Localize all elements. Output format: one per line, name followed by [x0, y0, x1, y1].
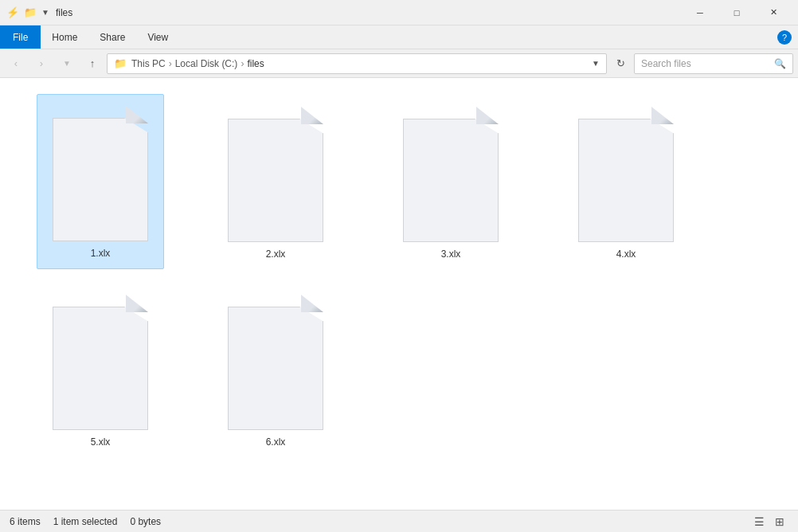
forward-button[interactable]: ›: [30, 53, 53, 75]
search-placeholder: Search files: [641, 58, 774, 69]
file-page: [578, 119, 674, 242]
address-bar[interactable]: 📁 This PC › Local Disk (C:) › files ▼: [107, 53, 607, 74]
file-icon-wrap: [224, 107, 327, 242]
file-page: [53, 307, 148, 430]
file-name: 4.xlx: [616, 248, 636, 260]
window-title: files: [56, 7, 682, 18]
forward-recent-button[interactable]: ▼: [56, 53, 78, 75]
folder-icon-small: 📁: [24, 6, 37, 18]
file-item-3.xlx[interactable]: 3.xlx: [387, 94, 514, 269]
file-item-6.xlx[interactable]: 6.xlx: [212, 282, 339, 457]
status-bar: 6 items 1 item selected 0 bytes ☰ ⊞: [0, 510, 798, 532]
search-icon[interactable]: 🔍: [774, 58, 786, 69]
title-bar: ⚡ 📁 ▼ files ─ □ ✕: [0, 0, 798, 25]
menu-share[interactable]: Share: [88, 25, 136, 49]
address-dropdown-icon[interactable]: ▼: [592, 59, 600, 68]
file-name: 3.xlx: [441, 248, 461, 260]
file-icon-wrap: [399, 107, 503, 242]
file-size: 0 bytes: [130, 516, 161, 527]
file-icon-wrap: [49, 295, 152, 430]
file-icon-wrap: [574, 107, 678, 242]
menu-view[interactable]: View: [136, 25, 179, 49]
search-box[interactable]: Search files 🔍: [634, 53, 793, 74]
dropdown-arrow-icon[interactable]: ▼: [41, 8, 49, 17]
file-item-5.xlx[interactable]: 5.xlx: [37, 282, 164, 457]
breadcrumb-sep-1: ›: [169, 58, 172, 69]
menu-file[interactable]: File: [0, 25, 41, 49]
window-controls: ─ □ ✕: [682, 0, 792, 25]
details-view-button[interactable]: ☰: [750, 513, 768, 530]
file-name: 5.xlx: [91, 436, 111, 448]
file-page: [228, 307, 323, 430]
breadcrumb-localdisk[interactable]: Local Disk (C:): [175, 58, 238, 69]
address-folder-icon: 📁: [114, 57, 127, 69]
up-button[interactable]: ↑: [81, 53, 104, 75]
close-button[interactable]: ✕: [755, 0, 792, 25]
quick-access-icon: ⚡: [6, 6, 19, 18]
menu-bar: File Home Share View ?: [0, 25, 798, 49]
file-area: 1.xlx 2.xlx 3.xlx 4.xlx 5.xl: [0, 78, 798, 510]
file-name: 6.xlx: [266, 436, 286, 448]
file-name: 2.xlx: [266, 248, 286, 260]
view-controls: ☰ ⊞: [750, 513, 788, 530]
file-corner: [301, 295, 323, 312]
file-name: 1.xlx: [91, 248, 111, 259]
file-corner: [301, 107, 323, 124]
toolbar: ‹ › ▼ ↑ 📁 This PC › Local Disk (C:) › fi…: [0, 49, 798, 78]
minimize-button[interactable]: ─: [682, 0, 718, 25]
file-page: [53, 118, 148, 241]
file-item-2.xlx[interactable]: 2.xlx: [212, 94, 339, 269]
menu-home[interactable]: Home: [41, 25, 88, 49]
breadcrumb-files[interactable]: files: [247, 58, 264, 69]
refresh-button[interactable]: ↻: [610, 53, 631, 74]
file-page: [403, 119, 499, 242]
file-item-4.xlx[interactable]: 4.xlx: [562, 94, 690, 269]
file-corner: [476, 107, 499, 124]
file-corner: [126, 106, 148, 123]
maximize-button[interactable]: □: [718, 0, 755, 25]
selected-info: 1 item selected: [53, 516, 118, 527]
file-corner: [651, 107, 674, 124]
file-item-1.xlx[interactable]: 1.xlx: [37, 94, 164, 269]
file-corner: [126, 295, 148, 312]
file-icon-wrap: [224, 295, 327, 430]
large-icons-view-button[interactable]: ⊞: [771, 513, 788, 530]
back-button[interactable]: ‹: [5, 53, 27, 75]
item-count: 6 items: [10, 516, 41, 527]
help-button[interactable]: ?: [777, 30, 792, 45]
breadcrumb-sep-2: ›: [241, 58, 244, 69]
breadcrumb-thispc[interactable]: This PC: [131, 58, 166, 69]
file-icon-wrap: [49, 106, 152, 241]
file-page: [228, 119, 323, 242]
title-bar-icons: ⚡ 📁 ▼: [6, 6, 49, 18]
